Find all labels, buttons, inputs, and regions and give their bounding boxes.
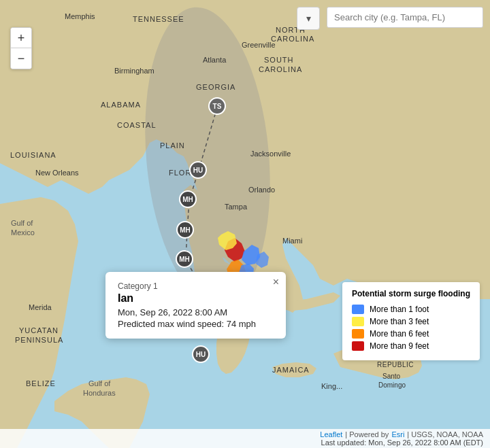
map-container: Memphis TENNESSEE NORTH CAROLINA Greenvi… (0, 0, 490, 448)
legend-color-3 (352, 341, 364, 351)
last-updated: Last updated: Mon, Sep 26, 2022 8:00 AM … (321, 438, 483, 447)
legend-color-1 (352, 317, 364, 326)
storm-wind: Predicted max wind speed: 74 mph (118, 319, 274, 329)
legend-color-2 (352, 329, 364, 339)
storm-name: Ian (118, 292, 274, 305)
legend-color-0 (352, 305, 364, 314)
close-popup-button[interactable]: × (273, 276, 279, 288)
legend-item-1: More than 3 feet (352, 317, 470, 326)
legend-label-1: More than 3 feet (370, 317, 429, 326)
footer-sources: | USGS, NOAA, NOAA (407, 430, 483, 438)
storm-category: Category 1 (118, 281, 274, 291)
search-bar (327, 7, 483, 28)
footer: Leaflet | Powered by Esri | USGS, NOAA, … (0, 429, 490, 448)
search-input[interactable] (327, 7, 483, 28)
legend-label-0: More than 1 foot (370, 305, 429, 314)
storm-date: Mon, Sep 26, 2022 8:00 AM (118, 307, 274, 317)
legend-item-3: More than 9 feet (352, 341, 470, 351)
zoom-in-button[interactable]: + (11, 28, 31, 48)
storm-popup: × Category 1 Ian Mon, Sep 26, 2022 8:00 … (105, 272, 286, 339)
zoom-controls: + − (10, 27, 32, 69)
leaflet-link[interactable]: Leaflet (320, 430, 342, 438)
legend-item-2: More than 6 feet (352, 329, 470, 339)
esri-link[interactable]: Esri (391, 430, 404, 438)
legend-title: Potential storm surge flooding (352, 289, 470, 300)
legend: Potential storm surge flooding More than… (342, 282, 480, 360)
legend-label-3: More than 9 feet (370, 341, 429, 351)
zoom-out-button[interactable]: − (11, 48, 31, 69)
legend-items: More than 1 footMore than 3 feetMore tha… (352, 305, 470, 351)
dropdown-button[interactable]: ▾ (297, 7, 320, 30)
legend-label-2: More than 6 feet (370, 329, 429, 339)
footer-powered-by: | Powered by (345, 430, 389, 438)
chevron-down-icon: ▾ (306, 13, 311, 24)
legend-item-0: More than 1 foot (352, 305, 470, 314)
